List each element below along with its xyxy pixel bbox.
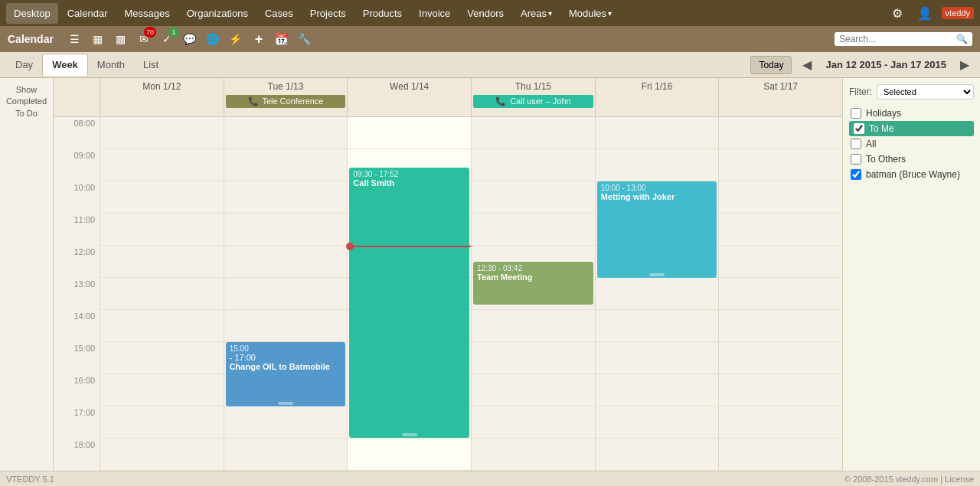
- week-view-icon[interactable]: ▦: [89, 30, 107, 48]
- change-oil-event[interactable]: 15:00 - 17:00 Change OIL to Batmobile: [226, 342, 346, 406]
- time-col-header: [54, 78, 100, 116]
- time-label-17: 17:00: [54, 406, 100, 439]
- nav-projects[interactable]: Projects: [302, 3, 354, 24]
- search-box[interactable]: 🔍: [835, 32, 972, 46]
- nav-calendar[interactable]: Calendar: [60, 3, 116, 24]
- call-user-icon: 📞: [495, 96, 506, 106]
- change-oil-resize[interactable]: [278, 402, 293, 405]
- hour-0900-sat: [719, 149, 842, 181]
- call-smith-event[interactable]: 09:30 - 17:52 Call Smith: [349, 168, 469, 438]
- list-view-icon[interactable]: ☰: [66, 30, 84, 48]
- time-label-11: 11:00: [54, 214, 100, 246]
- team-meeting-time: 12:30 - 03:42: [477, 264, 590, 272]
- hour-1600-sat: [719, 374, 842, 406]
- filter-checkbox-tome[interactable]: [854, 123, 864, 134]
- day-col-fri[interactable]: 10:00 - 13:00 Metting with Joker: [595, 117, 719, 471]
- filter-checkbox-batman[interactable]: [851, 169, 861, 180]
- next-week-button[interactable]: ▶: [956, 56, 974, 73]
- hour-1100-mon: [100, 214, 224, 246]
- hour-0800-mon: [100, 117, 224, 149]
- calendar-add-icon[interactable]: 📆: [273, 30, 291, 48]
- settings-gear-icon[interactable]: ⚙: [887, 2, 908, 24]
- day-col-thu[interactable]: 12:30 - 03:42 Team Meeting: [471, 117, 595, 471]
- day-columns-container: 15:00 - 17:00 Change OIL to Batmobile: [100, 117, 842, 471]
- time-label-12: 12:00: [54, 246, 100, 278]
- hour-0800-fri: [596, 117, 719, 149]
- filter-item-holidays[interactable]: Holidays: [849, 106, 974, 121]
- change-oil-time: 15:00: [230, 344, 342, 353]
- nav-products[interactable]: Products: [355, 3, 410, 24]
- call-user-john-allday[interactable]: 📞 Call user – John: [473, 95, 593, 108]
- filter-label-holidays: Holidays: [866, 108, 901, 119]
- calendar-grid: Mon 1/12 Tue 1/13 📞 Tele Conference Wed …: [54, 78, 842, 471]
- meeting-joker-event[interactable]: 10:00 - 13:00 Metting with Joker: [597, 181, 717, 278]
- email-icon[interactable]: ✉70: [135, 30, 153, 48]
- filter-item-batman[interactable]: batman (Bruce Wayne): [849, 167, 974, 182]
- time-label-10: 10:00: [54, 181, 100, 214]
- hour-0800-tue: [224, 117, 348, 149]
- time-labels-col: 08:00 09:00 10:00 11:00 12:00 13:00 14:0…: [54, 117, 100, 471]
- filter-label-toothers: To Others: [866, 154, 906, 165]
- nav-organizations[interactable]: Organizations: [179, 3, 256, 24]
- nav-vendors[interactable]: Vendors: [459, 3, 511, 24]
- search-icon[interactable]: 🔍: [956, 34, 968, 44]
- search-input[interactable]: [839, 34, 956, 44]
- nav-modules[interactable]: Modules: [561, 3, 619, 24]
- nav-desktop[interactable]: Desktop: [6, 3, 58, 24]
- call-smith-resize[interactable]: [402, 433, 417, 436]
- time-label-16: 16:00: [54, 374, 100, 406]
- filter-item-toothers[interactable]: To Others: [849, 152, 974, 167]
- meeting-joker-resize[interactable]: [649, 273, 665, 276]
- task-check-icon[interactable]: ✓1: [158, 30, 176, 48]
- day-header-wed: Wed 1/14: [347, 78, 471, 116]
- day-header-tue: Tue 1/13 📞 Tele Conference: [224, 78, 348, 116]
- filter-select[interactable]: All Selected To Me To Others: [877, 84, 974, 99]
- tab-day[interactable]: Day: [6, 54, 42, 75]
- tele-conference-allday[interactable]: 📞 Tele Conference: [226, 95, 346, 108]
- hour-1200-sat: [719, 246, 842, 278]
- filter-header: Filter: All Selected To Me To Others: [849, 84, 974, 99]
- globe-icon[interactable]: 🌐: [204, 30, 222, 48]
- tele-conference-label: Tele Conference: [262, 96, 323, 106]
- vteddy-logo[interactable]: vteddy: [942, 2, 974, 24]
- wrench-icon[interactable]: 🔧: [296, 30, 314, 48]
- filter-item-tome[interactable]: To Me: [849, 121, 974, 136]
- hour-0800-wed: [348, 117, 471, 149]
- month-view-icon[interactable]: ▩: [112, 30, 130, 48]
- filter-checkbox-all[interactable]: [851, 139, 861, 149]
- show-completed-toggle[interactable]: Show Completed To Do: [0, 84, 53, 119]
- today-button[interactable]: Today: [750, 56, 792, 74]
- add-event-icon[interactable]: +: [250, 30, 268, 48]
- nav-invoice[interactable]: Invoice: [411, 3, 458, 24]
- nav-messages[interactable]: Messages: [116, 3, 177, 24]
- hour-1300-fri: [596, 278, 719, 310]
- team-meeting-event[interactable]: 12:30 - 03:42 Team Meeting: [473, 262, 593, 305]
- flash-icon[interactable]: ⚡: [227, 30, 245, 48]
- day-col-sat[interactable]: [718, 117, 842, 471]
- day-col-mon[interactable]: [100, 117, 224, 471]
- hour-1400-fri: [596, 310, 719, 342]
- tab-list[interactable]: List: [134, 54, 168, 75]
- user-profile-icon[interactable]: 👤: [914, 2, 936, 24]
- tab-week[interactable]: Week: [42, 54, 88, 76]
- hour-1800-fri: [596, 439, 719, 471]
- day-col-wed[interactable]: 09:30 - 17:52 Call Smith: [347, 117, 471, 471]
- hour-0900-mon: [100, 149, 224, 181]
- nav-areas[interactable]: Areas: [513, 3, 560, 24]
- hour-1300-mon: [100, 278, 224, 310]
- prev-week-button[interactable]: ◀: [798, 56, 816, 73]
- filter-checkbox-holidays[interactable]: [851, 108, 861, 119]
- hour-1300-sat: [719, 278, 842, 310]
- nav-cases[interactable]: Cases: [257, 3, 301, 24]
- filter-checkbox-toothers[interactable]: [851, 154, 861, 165]
- time-label-09: 09:00: [54, 149, 100, 181]
- filter-item-all[interactable]: All: [849, 136, 974, 152]
- hour-1400-mon: [100, 310, 224, 342]
- chat-icon[interactable]: 💬: [181, 30, 199, 48]
- filter-panel: Filter: All Selected To Me To Others Hol…: [842, 78, 980, 471]
- hour-1500-sat: [719, 342, 842, 374]
- day-col-tue[interactable]: 15:00 - 17:00 Change OIL to Batmobile: [224, 117, 348, 471]
- hour-1500-mon: [100, 342, 224, 374]
- meeting-joker-title: Metting with Joker: [601, 192, 714, 201]
- tab-month[interactable]: Month: [88, 54, 134, 75]
